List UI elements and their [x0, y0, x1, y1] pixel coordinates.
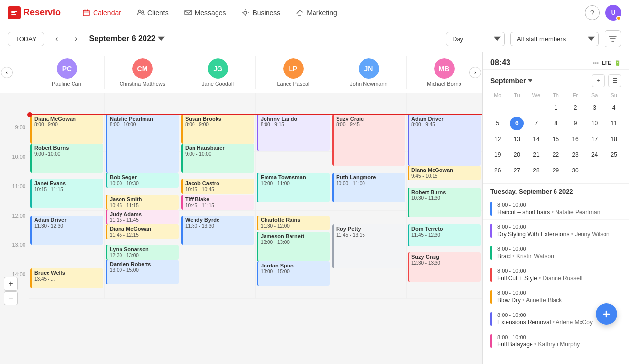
appt-col2-3[interactable]: Tiff Blake 10:45 - 11:15 — [181, 195, 254, 210]
appt-col1-3[interactable]: Judy Adams 11:15 - 11:45 — [106, 210, 179, 224]
appt-col4-1[interactable]: Ruth Langmore 10:00 - 11:00 — [332, 173, 405, 202]
agenda-item-0[interactable]: 8:00 - 10:00 Haircut – short hairs • Nat… — [483, 198, 629, 220]
nav-clients[interactable]: Clients — [131, 6, 174, 20]
mini-day[interactable]: 29 — [549, 164, 562, 177]
staff-select[interactable]: All staff members — [510, 32, 599, 46]
mini-day[interactable]: 12 — [491, 132, 505, 146]
mini-day[interactable]: 3 — [588, 101, 602, 115]
add-appointment-fab[interactable] — [596, 303, 617, 325]
mini-day[interactable]: 16 — [568, 132, 582, 146]
appt-col5-1[interactable]: Diana McGowan 9:45 - 10:15 — [408, 166, 481, 180]
appt-col1-5[interactable]: Lynn Sonarson 12:30 - 13:00 — [106, 245, 179, 260]
hour-cell-2-6[interactable] — [180, 269, 255, 299]
staff-col-header-1[interactable]: CM Christina Matthews — [105, 56, 180, 89]
mini-day[interactable]: 2 — [568, 101, 582, 115]
mini-day[interactable]: 13 — [510, 132, 524, 146]
staff-next-button[interactable]: › — [469, 67, 481, 78]
nav-business[interactable]: Business — [236, 6, 286, 20]
mini-day[interactable]: 11 — [607, 117, 621, 130]
appt-col2-2[interactable]: Jacob Castro 10:15 - 10:45 — [181, 179, 254, 194]
mini-day[interactable]: 10 — [588, 117, 602, 130]
mini-day[interactable]: 7 — [530, 117, 543, 130]
staff-col-header-0[interactable]: PC Pauline Carr — [29, 56, 105, 89]
appt-time: 12:00 - 13:00 — [261, 240, 327, 245]
appt-col5-2[interactable]: Robert Burns 10:30 - 11:30 — [408, 188, 481, 217]
appt-col3-1[interactable]: Emma Townsman 10:00 - 11:00 — [257, 173, 330, 202]
mini-day[interactable]: 5 — [491, 117, 505, 130]
nav-messages[interactable]: Messages — [178, 6, 232, 20]
mini-day — [607, 164, 621, 177]
current-date[interactable]: September 6 2022 — [89, 34, 165, 43]
appt-col3-0[interactable]: Johnny Lando 8:00 - 9:15 — [257, 114, 330, 151]
appt-col0-2[interactable]: Janet Evans 10:15 - 11:15 — [30, 179, 103, 208]
appt-col0-1[interactable]: Robert Burns 9:00 - 10:00 — [30, 144, 103, 173]
appt-col3-3[interactable]: Jameson Barnett 12:00 - 13:00 — [257, 232, 330, 261]
appt-col1-4[interactable]: Diana McGowan 11:45 - 12:15 — [106, 224, 179, 239]
appt-col5-4[interactable]: Suzy Craig 12:30 - 13:30 — [408, 252, 481, 282]
mini-month-label[interactable]: September — [490, 77, 532, 85]
appt-col1-2[interactable]: Jason Smith 10:45 - 11:15 — [106, 195, 179, 210]
appt-col1-0[interactable]: Natalie Pearlman 8:00 - 10:00 — [106, 114, 179, 173]
appt-col2-1[interactable]: Dan Hausbauer 9:00 - 10:00 — [181, 144, 254, 173]
appt-col0-4[interactable]: Bruce Wells 13:45 - ... — [30, 268, 103, 288]
appt-col4-2[interactable]: Roy Petty 11:45 - 13:15 — [332, 224, 405, 268]
appt-time: 9:00 - 10:00 — [185, 151, 252, 157]
mini-day[interactable]: 30 — [568, 164, 582, 177]
staff-col-header-2[interactable]: JG Jane Goodall — [180, 56, 256, 89]
mini-day[interactable]: 22 — [549, 148, 562, 162]
mini-day[interactable]: 4 — [607, 101, 621, 115]
appt-col3-2[interactable]: Charlotte Rains 11:30 - 12:00 — [257, 216, 330, 230]
help-button[interactable]: ? — [585, 5, 600, 20]
appt-col2-0[interactable]: Susan Brooks 8:00 - 9:00 — [181, 114, 254, 144]
staff-prev-button[interactable]: ‹ — [1, 67, 13, 78]
mini-day[interactable]: 25 — [607, 148, 621, 162]
nav-marketing[interactable]: Marketing — [290, 6, 342, 20]
mini-day[interactable]: 18 — [607, 132, 621, 146]
appt-col5-3[interactable]: Dom Terreto 11:45 - 12:30 — [408, 224, 481, 246]
appt-col0-3[interactable]: Adam Driver 11:30 - 12:30 — [30, 216, 103, 245]
mini-day[interactable]: 14 — [530, 132, 543, 146]
hour-cell-4-6[interactable] — [331, 269, 406, 299]
appt-col2-4[interactable]: Wendy Byrde 11:30 - 13:30 — [181, 216, 254, 245]
staff-col-header-4[interactable]: JN John Newmann — [331, 56, 407, 89]
filter-button[interactable] — [605, 30, 621, 47]
zoom-in-button[interactable]: + — [4, 277, 18, 291]
mini-day[interactable]: 17 — [588, 132, 602, 146]
mini-day[interactable]: 8 — [549, 117, 562, 130]
today-button[interactable]: TODAY — [8, 32, 44, 46]
mini-cal-filter-icon[interactable]: ☰ — [608, 74, 621, 87]
agenda-item-1[interactable]: 8:00 - 10:00 Dry Styling With Extensions… — [483, 220, 629, 242]
nav-calendar[interactable]: Calendar — [76, 6, 127, 20]
mini-cal-add-icon[interactable]: + — [592, 74, 605, 87]
appt-col0-0[interactable]: Diana McGowan 8:00 - 9:00 — [30, 114, 103, 144]
staff-col-header-3[interactable]: LP Lance Pascal — [256, 56, 331, 89]
agenda-item-6[interactable]: 8:00 - 10:00 Full Balayage • Kathryn Mur… — [483, 330, 629, 352]
staff-columns: PC Pauline Carr CM Christina Matthews JG… — [29, 56, 482, 89]
mini-day[interactable]: 20 — [510, 148, 524, 162]
mini-day[interactable]: 1 — [549, 101, 562, 115]
view-select[interactable]: DayWeekMonth — [446, 32, 505, 46]
prev-date-button[interactable]: ‹ — [50, 32, 64, 46]
agenda-content: 8:00 - 10:00 Dry Styling With Extensions… — [497, 224, 621, 238]
mini-day[interactable]: 9 — [568, 117, 582, 130]
mini-day[interactable]: 23 — [568, 148, 582, 162]
mini-day[interactable]: 24 — [588, 148, 602, 162]
appt-col3-4[interactable]: Jordan Spiro 13:00 - 15:00 — [257, 261, 330, 286]
agenda-item-3[interactable]: 8:00 - 10:00 Full Cut + Style • Dianne R… — [483, 264, 629, 286]
mini-day[interactable]: 28 — [530, 164, 543, 177]
appt-col4-0[interactable]: Suzy Craig 8:00 - 9:45 — [332, 114, 405, 166]
appt-name: Johnny Lando — [261, 116, 327, 122]
agenda-item-2[interactable]: 8:00 - 10:00 Braid • Kristin Watson — [483, 242, 629, 264]
mini-day[interactable]: 6 — [510, 117, 524, 130]
appt-col5-0[interactable]: Adam Driver 8:00 - 9:45 — [408, 114, 481, 166]
mini-day[interactable]: 19 — [491, 148, 505, 162]
zoom-out-button[interactable]: − — [4, 291, 18, 305]
mini-day[interactable]: 27 — [510, 164, 524, 177]
col-2: Susan Brooks 8:00 - 9:00 Dan Hausbauer 9… — [180, 93, 256, 299]
appt-col1-6[interactable]: Damien Roberts 13:00 - 15:00 — [106, 260, 179, 284]
mini-day[interactable]: 15 — [549, 132, 562, 146]
appt-col1-1[interactable]: Bob Seger 10:00 - 10:30 — [106, 173, 179, 188]
mini-day[interactable]: 26 — [491, 164, 505, 177]
next-date-button[interactable]: › — [70, 32, 83, 46]
mini-day[interactable]: 21 — [530, 148, 543, 162]
